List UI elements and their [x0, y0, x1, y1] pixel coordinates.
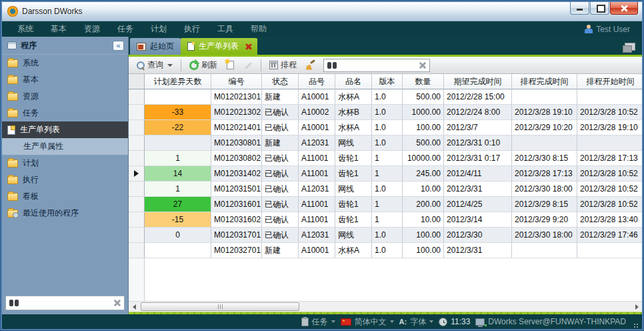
- sidebar-item-4[interactable]: 生产单列表: [2, 121, 128, 138]
- cell-start: [577, 135, 642, 151]
- column-header-0[interactable]: 计划差异天数: [145, 74, 211, 89]
- refresh-button[interactable]: 刷新: [186, 58, 221, 72]
- minimize-button[interactable]: [570, 2, 589, 15]
- column-header-5[interactable]: 版本: [372, 74, 403, 89]
- column-header-6[interactable]: 数量: [403, 74, 444, 89]
- column-header-2[interactable]: 状态: [262, 74, 299, 89]
- cell-ver: 1: [372, 197, 403, 212]
- schedule-button[interactable]: 排程: [266, 58, 300, 72]
- menu-item-1[interactable]: 基本: [42, 23, 75, 35]
- sidebar-item-label: 执行: [23, 174, 39, 186]
- table-row[interactable]: 1M012031501已确认A12031网线1.010.002012/3/312…: [129, 182, 642, 197]
- column-header-8[interactable]: 排程完成时间: [512, 74, 577, 89]
- menu-item-7[interactable]: 帮助: [242, 23, 275, 35]
- column-header-4[interactable]: 品名: [335, 74, 372, 89]
- table-row[interactable]: M012021301新建A10001水杯A1.0500.002012/2/28 …: [129, 89, 642, 105]
- row-selector-cell[interactable]: [129, 105, 145, 120]
- sidebar-item-9[interactable]: 最近使用的程序: [2, 205, 128, 222]
- resize-grip[interactable]: [633, 322, 639, 329]
- row-selector-cell[interactable]: [129, 89, 145, 105]
- column-header-3[interactable]: 品号: [299, 74, 335, 89]
- cell-no: M012031601: [211, 197, 262, 212]
- menu-item-2[interactable]: 资源: [75, 23, 109, 35]
- table-row[interactable]: 14M012031402已确认A11001齿轮11245.002012/4/11…: [129, 166, 642, 182]
- cell-pn: A11001: [299, 212, 335, 228]
- folder-icon: [7, 193, 18, 201]
- sidebar-search-clear-icon[interactable]: [113, 300, 121, 307]
- new-button[interactable]: [223, 59, 237, 71]
- table-row[interactable]: -33M012021302已确认A10002水杯B1.01000.002012/…: [129, 105, 642, 120]
- tab-home[interactable]: 起始页: [130, 38, 181, 55]
- sidebar-item-8[interactable]: 看板: [2, 188, 128, 205]
- tasks-menu[interactable]: 任务: [301, 316, 335, 328]
- cell-qty: 10000.00: [403, 151, 444, 166]
- toolbar-search-input[interactable]: [340, 61, 415, 69]
- menu-item-6[interactable]: 工具: [209, 23, 242, 35]
- sidebar: 程序 « 系统基本资源任务生产单列表生产单属性计划执行看板最近使用的程序: [2, 37, 129, 314]
- folder-icon: [7, 93, 18, 101]
- user-icon: [585, 25, 593, 33]
- menu-item-4[interactable]: 计划: [142, 23, 175, 35]
- edit-button[interactable]: [240, 59, 256, 71]
- column-header-9[interactable]: 排程开始时间: [577, 74, 642, 89]
- cell-end: 2012/3/30 8:15: [512, 151, 577, 166]
- row-selector-cell[interactable]: [129, 120, 145, 135]
- close-button[interactable]: [610, 2, 638, 15]
- menu-item-0[interactable]: 系统: [9, 23, 42, 35]
- table-row[interactable]: M012032701新建A10001水杯A1.0100.002012/3/31: [129, 243, 642, 258]
- sidebar-item-5[interactable]: 生产单属性: [2, 138, 128, 155]
- menu-item-3[interactable]: 任务: [109, 23, 142, 35]
- header-selector-cell: [129, 74, 145, 89]
- cell-qty: 10.00: [403, 182, 444, 197]
- sidebar-item-7[interactable]: 执行: [2, 172, 128, 188]
- tab-close-icon[interactable]: [245, 43, 252, 50]
- table-row[interactable]: -22M012021401已确认A10001水杯A1.0100.002012/3…: [129, 120, 642, 135]
- user-menu[interactable]: Test User: [585, 25, 635, 34]
- tab-production-order-list[interactable]: 生产单列表: [181, 38, 257, 55]
- table-row[interactable]: 1M012030802已确认A11001齿轮1110000.002012/3/3…: [129, 151, 642, 166]
- cell-status: 已确认: [262, 182, 299, 197]
- cell-due: 2012/3/31: [444, 182, 512, 197]
- sidebar-item-3[interactable]: 任务: [2, 105, 128, 121]
- menu-item-5[interactable]: 执行: [175, 23, 209, 35]
- sidebar-collapse-button[interactable]: «: [113, 41, 124, 51]
- cell-pn: A12031: [299, 135, 335, 151]
- table-row[interactable]: 0M012031701已确认A12031网线1.0100.002012/3/30…: [129, 228, 642, 243]
- row-selector-cell[interactable]: [129, 151, 145, 166]
- scroll-left-button[interactable]: [129, 302, 139, 312]
- table-row[interactable]: M012030801新建A12031网线1.0500.002012/3/31 0…: [129, 135, 642, 151]
- cell-qty: 200.00: [403, 197, 444, 212]
- pencil-icon: [243, 61, 253, 70]
- sidebar-item-1[interactable]: 基本: [2, 71, 128, 88]
- query-button[interactable]: 查询: [133, 58, 176, 72]
- sidebar-search-input[interactable]: [19, 299, 113, 307]
- document-icon: [7, 125, 15, 135]
- row-selector-cell[interactable]: [129, 243, 145, 258]
- row-selector-cell[interactable]: [129, 197, 145, 212]
- table-row[interactable]: 27M012031601已确认A11001齿轮11200.002012/4/25…: [129, 197, 642, 212]
- cell-qty: 245.00: [403, 166, 444, 182]
- cell-diff: 14: [145, 166, 211, 182]
- sidebar-item-6[interactable]: 计划: [2, 155, 128, 172]
- column-header-1[interactable]: 编号: [211, 74, 262, 89]
- row-selector-cell[interactable]: [129, 166, 145, 182]
- cell-name: 水杯A: [335, 243, 372, 258]
- row-selector-cell[interactable]: [129, 212, 145, 228]
- table-empty-area: [129, 258, 642, 301]
- table-row[interactable]: -15M012031602已确认A11001齿轮1110.002012/3/14…: [129, 212, 642, 228]
- maximize-button[interactable]: [590, 2, 609, 15]
- language-menu[interactable]: 简体中文: [341, 316, 394, 328]
- scrollbar-track[interactable]: [139, 302, 631, 312]
- toolbar-search-clear-icon[interactable]: [419, 61, 426, 69]
- column-header-7[interactable]: 期望完成时间: [444, 74, 512, 89]
- tab-list-icon[interactable]: [625, 43, 635, 51]
- clean-button[interactable]: [303, 59, 319, 71]
- scroll-right-button[interactable]: [631, 302, 642, 312]
- scrollbar-thumb[interactable]: [141, 302, 299, 311]
- font-menu[interactable]: A: 字体: [399, 316, 434, 328]
- row-selector-cell[interactable]: [129, 228, 145, 243]
- row-selector-cell[interactable]: [129, 182, 145, 197]
- row-selector-cell[interactable]: [129, 135, 145, 151]
- sidebar-item-0[interactable]: 系统: [2, 55, 128, 71]
- sidebar-item-2[interactable]: 资源: [2, 88, 128, 105]
